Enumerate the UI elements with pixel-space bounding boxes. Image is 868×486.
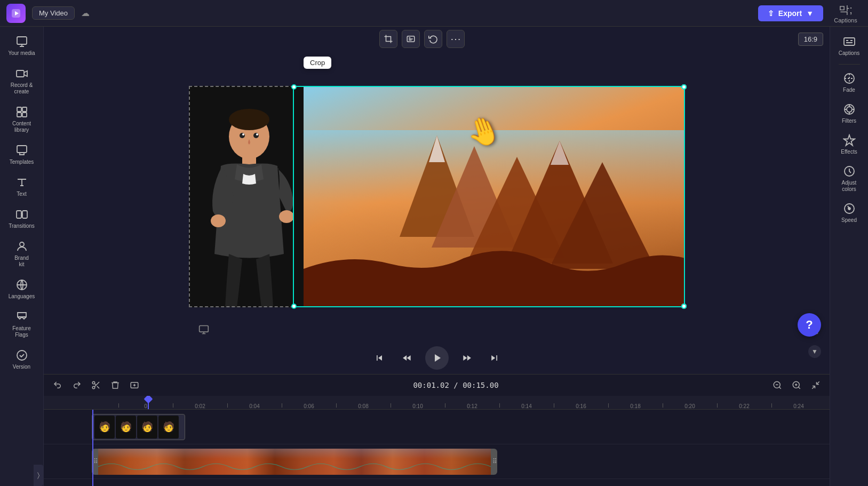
timeline-toolbar: 00:01.02 / 00:15.00 [44, 375, 830, 396]
mountain-panel: 🤚 [304, 86, 685, 307]
sidebar-item-your-media[interactable]: Your media [2, 31, 42, 61]
ruler-tick: 0:16 [554, 403, 608, 409]
sidebar-label-content-library: Contentlibrary [12, 121, 31, 133]
help-button[interactable]: ? [798, 313, 821, 337]
sidebar-label-brand-kit: Brandkit [14, 255, 29, 268]
effects-panel-item[interactable]: Effects [832, 130, 867, 160]
svg-rect-10 [22, 211, 27, 218]
mountain-clip-content [98, 449, 491, 475]
sidebar-label-feature-flags: FeatureFlags [12, 325, 30, 338]
forward-button[interactable] [457, 348, 476, 368]
video-canvas: 🤚 [189, 86, 685, 307]
more-options-button[interactable]: ⋯ [447, 30, 465, 48]
center-panel: ⋯ 16:9 Crop [44, 27, 830, 486]
sidebar-item-version[interactable]: Version [2, 345, 42, 375]
undo-button[interactable] [50, 378, 65, 393]
ruler-tick: 0 [118, 403, 173, 409]
sidebar-item-transitions[interactable]: Transitions [2, 204, 42, 234]
adjust-colors-panel-item[interactable]: Adjustcolors [832, 161, 867, 197]
ruler-tick: 0:14 [499, 403, 554, 409]
sidebar-item-brand-kit[interactable]: Brandkit [2, 236, 42, 272]
sidebar-label-transitions: Transitions [9, 223, 35, 229]
svg-rect-32 [200, 326, 209, 332]
zoom-in-button[interactable] [789, 378, 804, 393]
sidebar-collapse-button[interactable]: 〉 [34, 465, 43, 486]
svg-rect-9 [17, 211, 21, 218]
export-chevron-icon: ▼ [806, 9, 814, 18]
right-panel-fade-label: Fade [843, 87, 855, 93]
sidebar-label-text: Text [17, 191, 26, 197]
right-panel-speed-label: Speed [841, 217, 857, 224]
top-bar: My Video ☁ ⇧ Export ▼ 막; Captions [0, 0, 868, 27]
captions-panel-item[interactable]: Captions [832, 31, 867, 61]
sidebar-item-content-library[interactable]: Contentlibrary [2, 101, 42, 138]
right-panel-filters-label: Filters [842, 118, 856, 124]
svg-point-23 [211, 214, 226, 227]
filters-panel-item[interactable]: Filters [832, 99, 867, 129]
sidebar-item-feature-flags[interactable]: FeatureFlags [2, 306, 42, 342]
ruler-tick: 0:08 [336, 403, 391, 409]
add-media-button[interactable] [127, 378, 142, 393]
delete-button[interactable] [108, 378, 123, 393]
svg-point-16 [229, 109, 269, 130]
sidebar-label-templates: Templates [10, 159, 34, 165]
ruler-tick: 0:02 [173, 403, 227, 409]
svg-point-18 [279, 210, 294, 223]
project-title[interactable]: My Video [32, 6, 75, 20]
svg-point-41 [847, 107, 852, 112]
ruler-tick: 0:04 [227, 403, 282, 409]
svg-point-33 [92, 381, 95, 384]
right-panel-captions-label: Captions [839, 50, 859, 57]
mountain-clip[interactable]: ⠿ ⠿ [92, 449, 497, 475]
zoom-out-button[interactable] [770, 378, 785, 393]
redo-button[interactable] [69, 378, 84, 393]
toolbar-strip: ⋯ 16:9 [44, 27, 830, 51]
export-button[interactable]: ⇧ Export ▼ [758, 5, 823, 21]
preview-container: 🤚 [44, 51, 830, 342]
crop-button[interactable] [379, 30, 397, 48]
collapse-arrow-button[interactable]: ▼ [808, 345, 821, 358]
ruler-tick: 0:10 [391, 403, 445, 409]
avatar-panel [189, 86, 304, 307]
svg-point-20 [253, 133, 259, 138]
sidebar-item-templates[interactable]: Templates [2, 140, 42, 170]
crop-tooltip: Crop [304, 57, 331, 69]
fit-timeline-button[interactable] [808, 378, 823, 393]
svg-rect-4 [17, 107, 21, 111]
captions-label[interactable]: Captions [830, 17, 862, 23]
sidebar-item-text[interactable]: Text [2, 172, 42, 202]
cut-button[interactable] [89, 378, 103, 393]
avatar-thumb-1: 🧑 [94, 416, 115, 439]
right-panel: Captions Fade Filters Effects [830, 27, 868, 486]
sidebar-label-languages: Languages [9, 293, 35, 300]
avatar-thumb-2: 🧑 [116, 416, 136, 439]
fit-button[interactable] [402, 30, 420, 48]
sidebar-item-languages[interactable]: Languages [2, 274, 42, 304]
avatar-thumb-3: 🧑 [137, 416, 157, 439]
export-icon: ⇧ [768, 9, 774, 18]
svg-point-21 [242, 133, 244, 136]
clip-handle-right[interactable]: ⠿ [491, 449, 497, 475]
svg-point-19 [240, 133, 245, 138]
avatar-clip[interactable]: 🧑 🧑 🧑 🧑 [92, 414, 185, 440]
aspect-ratio-badge[interactable]: 16:9 [798, 33, 823, 46]
clip-handle-left[interactable]: ⠿ [92, 449, 98, 475]
fade-panel-item[interactable]: Fade [832, 68, 867, 98]
ruler-tick: 0:22 [717, 403, 771, 409]
preview-icon-button[interactable] [198, 324, 209, 338]
svg-rect-38 [844, 38, 855, 45]
svg-point-34 [92, 386, 95, 389]
svg-rect-7 [22, 113, 27, 117]
playback-controls [44, 342, 830, 374]
svg-rect-5 [22, 107, 27, 111]
sidebar-label-version: Version [13, 364, 30, 370]
rewind-button[interactable] [397, 348, 417, 368]
sidebar-item-record-create[interactable]: Record &create [2, 63, 42, 99]
ruler-tick: 0:18 [608, 403, 663, 409]
skip-forward-button[interactable] [485, 348, 504, 368]
current-time-display: 00:01.02 / 00:15.00 [413, 381, 498, 389]
speed-panel-item[interactable]: Speed [832, 198, 867, 228]
rotate-button[interactable] [424, 30, 442, 48]
play-pause-button[interactable] [425, 346, 449, 370]
skip-back-button[interactable] [370, 348, 389, 368]
